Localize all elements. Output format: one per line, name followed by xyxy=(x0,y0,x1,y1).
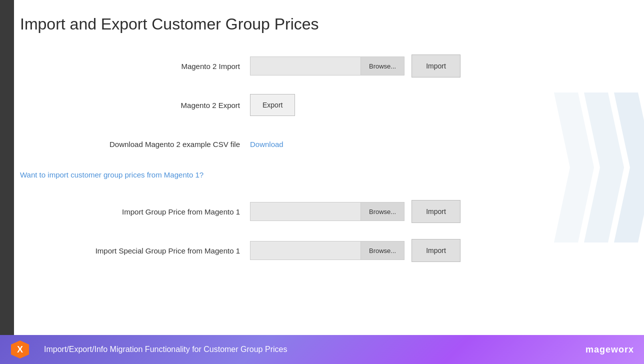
magento1-section: Want to import customer group prices fro… xyxy=(20,170,614,189)
magento2-import-browse-button[interactable]: Browse... xyxy=(360,57,404,75)
magento2-import-row: Magento 2 Import Browse... Import xyxy=(20,54,614,78)
download-csv-row: Download Magento 2 example CSV file Down… xyxy=(20,132,614,156)
magento1-special-import-label: Import Special Group Price from Magento … xyxy=(20,246,250,255)
magento2-import-button[interactable]: Import xyxy=(412,54,460,78)
form-section: Magento 2 Import Browse... Import Magent… xyxy=(20,54,614,263)
magento1-special-import-controls: Browse... Import xyxy=(250,239,460,262)
magento1-group-browse-button[interactable]: Browse... xyxy=(360,202,404,220)
footer-logo: X xyxy=(10,340,34,360)
magento1-special-file-group: Browse... xyxy=(250,241,404,260)
magento1-group-file-group: Browse... xyxy=(250,202,404,221)
magento2-export-button[interactable]: Export xyxy=(250,94,295,116)
footer-text: Import/Export/Info Migration Functionali… xyxy=(44,345,586,354)
magento2-import-file-group: Browse... xyxy=(250,56,404,76)
magento2-import-file-empty xyxy=(250,57,360,75)
footer-brand: mageworx xyxy=(586,344,634,355)
footer-bar: X Import/Export/Info Migration Functiona… xyxy=(0,335,644,364)
magento1-group-import-button[interactable]: Import xyxy=(412,200,460,223)
download-csv-controls: Download xyxy=(250,140,284,148)
download-csv-label: Download Magento 2 example CSV file xyxy=(20,140,250,148)
magento1-special-import-row: Import Special Group Price from Magento … xyxy=(20,238,614,263)
mageworx-logo-icon: X xyxy=(10,340,30,360)
magento1-special-browse-button[interactable]: Browse... xyxy=(360,242,404,260)
magento2-import-label: Magento 2 Import xyxy=(20,62,250,70)
page-title: Import and Export Customer Group Prices xyxy=(20,15,614,34)
download-csv-link[interactable]: Download xyxy=(250,140,284,148)
magento1-group-import-controls: Browse... Import xyxy=(250,200,460,223)
magento1-special-import-button[interactable]: Import xyxy=(412,239,460,262)
magento2-export-label: Magento 2 Export xyxy=(20,101,250,110)
magento1-group-file-empty xyxy=(250,202,360,220)
magento2-export-controls: Export xyxy=(250,94,295,116)
magento1-info-link[interactable]: Want to import customer group prices fro… xyxy=(20,170,204,179)
svg-text:X: X xyxy=(17,344,23,354)
magento1-group-import-row: Import Group Price from Magento 1 Browse… xyxy=(20,199,614,224)
magento2-export-row: Magento 2 Export Export xyxy=(20,92,614,118)
magento2-import-controls: Browse... Import xyxy=(250,54,460,78)
magento1-special-file-empty xyxy=(250,242,360,260)
magento1-group-import-label: Import Group Price from Magento 1 xyxy=(20,208,250,216)
